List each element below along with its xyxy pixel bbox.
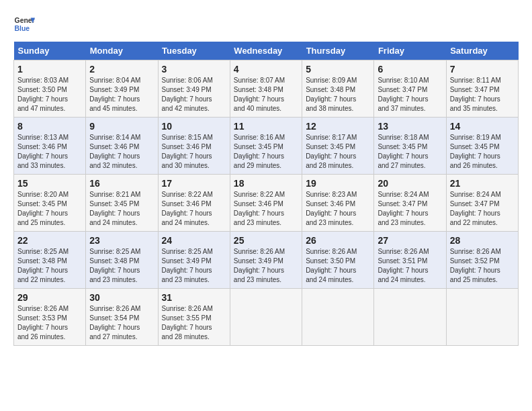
day-number: 10: [162, 121, 226, 132]
day-cell: [374, 289, 446, 346]
day-number: 5: [306, 64, 370, 75]
day-info: Sunrise: 8:16 AM Sunset: 3:45 PM Dayligh…: [234, 133, 298, 171]
day-number: 30: [89, 292, 154, 303]
day-cell: 17Sunrise: 8:22 AM Sunset: 3:46 PM Dayli…: [158, 175, 230, 232]
day-info: Sunrise: 8:18 AM Sunset: 3:45 PM Dayligh…: [378, 133, 442, 171]
day-info: Sunrise: 8:26 AM Sunset: 3:50 PM Dayligh…: [306, 247, 370, 285]
day-number: 29: [17, 292, 82, 303]
day-number: 19: [306, 178, 370, 189]
day-info: Sunrise: 8:19 AM Sunset: 3:45 PM Dayligh…: [450, 133, 515, 171]
day-number: 15: [17, 178, 82, 189]
logo-icon: General Blue: [13, 13, 35, 35]
day-info: Sunrise: 8:25 AM Sunset: 3:49 PM Dayligh…: [162, 247, 226, 285]
day-cell: 12Sunrise: 8:17 AM Sunset: 3:45 PM Dayli…: [302, 118, 374, 175]
day-number: 1: [17, 64, 82, 75]
day-number: 25: [234, 235, 298, 246]
day-cell: 15Sunrise: 8:20 AM Sunset: 3:45 PM Dayli…: [14, 175, 86, 232]
day-number: 24: [162, 235, 226, 246]
day-cell: 9Sunrise: 8:14 AM Sunset: 3:46 PM Daylig…: [86, 118, 158, 175]
day-info: Sunrise: 8:22 AM Sunset: 3:46 PM Dayligh…: [234, 190, 298, 228]
day-cell: 24Sunrise: 8:25 AM Sunset: 3:49 PM Dayli…: [158, 232, 230, 289]
day-number: 23: [89, 235, 154, 246]
day-cell: 6Sunrise: 8:10 AM Sunset: 3:47 PM Daylig…: [374, 60, 446, 118]
day-cell: 21Sunrise: 8:24 AM Sunset: 3:47 PM Dayli…: [446, 175, 518, 232]
day-header-monday: Monday: [86, 42, 158, 60]
day-number: 17: [162, 178, 226, 189]
day-info: Sunrise: 8:25 AM Sunset: 3:48 PM Dayligh…: [17, 247, 82, 285]
day-info: Sunrise: 8:26 AM Sunset: 3:49 PM Dayligh…: [234, 247, 298, 285]
day-cell: 7Sunrise: 8:11 AM Sunset: 3:47 PM Daylig…: [446, 60, 518, 118]
week-row-1: 1Sunrise: 8:03 AM Sunset: 3:50 PM Daylig…: [14, 60, 519, 118]
day-header-thursday: Thursday: [302, 42, 374, 60]
day-cell: 2Sunrise: 8:04 AM Sunset: 3:49 PM Daylig…: [86, 60, 158, 118]
day-info: Sunrise: 8:26 AM Sunset: 3:54 PM Dayligh…: [89, 304, 154, 342]
day-info: Sunrise: 8:03 AM Sunset: 3:50 PM Dayligh…: [17, 76, 82, 113]
day-cell: 14Sunrise: 8:19 AM Sunset: 3:45 PM Dayli…: [446, 118, 518, 175]
logo: General Blue: [13, 13, 35, 35]
day-number: 26: [306, 235, 370, 246]
day-cell: 27Sunrise: 8:26 AM Sunset: 3:51 PM Dayli…: [374, 232, 446, 289]
day-info: Sunrise: 8:26 AM Sunset: 3:55 PM Dayligh…: [162, 304, 226, 342]
day-cell: 16Sunrise: 8:21 AM Sunset: 3:45 PM Dayli…: [86, 175, 158, 232]
day-info: Sunrise: 8:06 AM Sunset: 3:49 PM Dayligh…: [162, 76, 226, 113]
day-cell: 8Sunrise: 8:13 AM Sunset: 3:46 PM Daylig…: [14, 118, 86, 175]
day-header-sunday: Sunday: [14, 42, 86, 60]
day-header-saturday: Saturday: [446, 42, 518, 60]
calendar-body: 1Sunrise: 8:03 AM Sunset: 3:50 PM Daylig…: [14, 60, 519, 346]
day-cell: 10Sunrise: 8:15 AM Sunset: 3:46 PM Dayli…: [158, 118, 230, 175]
day-cell: 23Sunrise: 8:25 AM Sunset: 3:48 PM Dayli…: [86, 232, 158, 289]
day-cell: 3Sunrise: 8:06 AM Sunset: 3:49 PM Daylig…: [158, 60, 230, 118]
day-info: Sunrise: 8:15 AM Sunset: 3:46 PM Dayligh…: [162, 133, 226, 171]
day-number: 18: [234, 178, 298, 189]
day-cell: 13Sunrise: 8:18 AM Sunset: 3:45 PM Dayli…: [374, 118, 446, 175]
day-number: 16: [89, 178, 154, 189]
day-cell: 11Sunrise: 8:16 AM Sunset: 3:45 PM Dayli…: [230, 118, 302, 175]
week-row-2: 8Sunrise: 8:13 AM Sunset: 3:46 PM Daylig…: [14, 118, 519, 175]
day-cell: 18Sunrise: 8:22 AM Sunset: 3:46 PM Dayli…: [230, 175, 302, 232]
day-info: Sunrise: 8:21 AM Sunset: 3:45 PM Dayligh…: [89, 190, 154, 228]
day-header-tuesday: Tuesday: [158, 42, 230, 60]
day-header-friday: Friday: [374, 42, 446, 60]
day-number: 22: [17, 235, 82, 246]
calendar-table: SundayMondayTuesdayWednesdayThursdayFrid…: [13, 42, 519, 346]
day-info: Sunrise: 8:14 AM Sunset: 3:46 PM Dayligh…: [89, 133, 154, 171]
week-row-4: 22Sunrise: 8:25 AM Sunset: 3:48 PM Dayli…: [14, 232, 519, 289]
day-number: 14: [450, 121, 515, 132]
day-cell: 19Sunrise: 8:23 AM Sunset: 3:46 PM Dayli…: [302, 175, 374, 232]
day-number: 2: [89, 64, 154, 75]
week-row-3: 15Sunrise: 8:20 AM Sunset: 3:45 PM Dayli…: [14, 175, 519, 232]
day-info: Sunrise: 8:07 AM Sunset: 3:48 PM Dayligh…: [234, 76, 298, 113]
day-info: Sunrise: 8:26 AM Sunset: 3:53 PM Dayligh…: [17, 304, 82, 342]
page-header: General Blue: [13, 13, 519, 35]
week-row-5: 29Sunrise: 8:26 AM Sunset: 3:53 PM Dayli…: [14, 289, 519, 346]
day-info: Sunrise: 8:17 AM Sunset: 3:45 PM Dayligh…: [306, 133, 370, 171]
day-info: Sunrise: 8:11 AM Sunset: 3:47 PM Dayligh…: [450, 76, 515, 113]
calendar-header-row: SundayMondayTuesdayWednesdayThursdayFrid…: [14, 42, 519, 60]
day-cell: [230, 289, 302, 346]
day-info: Sunrise: 8:24 AM Sunset: 3:47 PM Dayligh…: [450, 190, 515, 228]
day-cell: 25Sunrise: 8:26 AM Sunset: 3:49 PM Dayli…: [230, 232, 302, 289]
day-info: Sunrise: 8:23 AM Sunset: 3:46 PM Dayligh…: [306, 190, 370, 228]
day-cell: 22Sunrise: 8:25 AM Sunset: 3:48 PM Dayli…: [14, 232, 86, 289]
day-info: Sunrise: 8:09 AM Sunset: 3:48 PM Dayligh…: [306, 76, 370, 113]
day-number: 6: [378, 64, 442, 75]
day-cell: [302, 289, 374, 346]
svg-text:Blue: Blue: [15, 25, 30, 32]
day-cell: 29Sunrise: 8:26 AM Sunset: 3:53 PM Dayli…: [14, 289, 86, 346]
day-number: 28: [450, 235, 515, 246]
day-info: Sunrise: 8:26 AM Sunset: 3:52 PM Dayligh…: [450, 247, 515, 285]
day-number: 31: [162, 292, 226, 303]
day-cell: 4Sunrise: 8:07 AM Sunset: 3:48 PM Daylig…: [230, 60, 302, 118]
day-number: 8: [17, 121, 82, 132]
day-number: 3: [162, 64, 226, 75]
day-number: 13: [378, 121, 442, 132]
day-number: 27: [378, 235, 442, 246]
day-info: Sunrise: 8:24 AM Sunset: 3:47 PM Dayligh…: [378, 190, 442, 228]
day-cell: 28Sunrise: 8:26 AM Sunset: 3:52 PM Dayli…: [446, 232, 518, 289]
day-info: Sunrise: 8:22 AM Sunset: 3:46 PM Dayligh…: [162, 190, 226, 228]
day-cell: 30Sunrise: 8:26 AM Sunset: 3:54 PM Dayli…: [86, 289, 158, 346]
day-info: Sunrise: 8:10 AM Sunset: 3:47 PM Dayligh…: [378, 76, 442, 113]
day-number: 20: [378, 178, 442, 189]
day-number: 9: [89, 121, 154, 132]
day-info: Sunrise: 8:25 AM Sunset: 3:48 PM Dayligh…: [89, 247, 154, 285]
